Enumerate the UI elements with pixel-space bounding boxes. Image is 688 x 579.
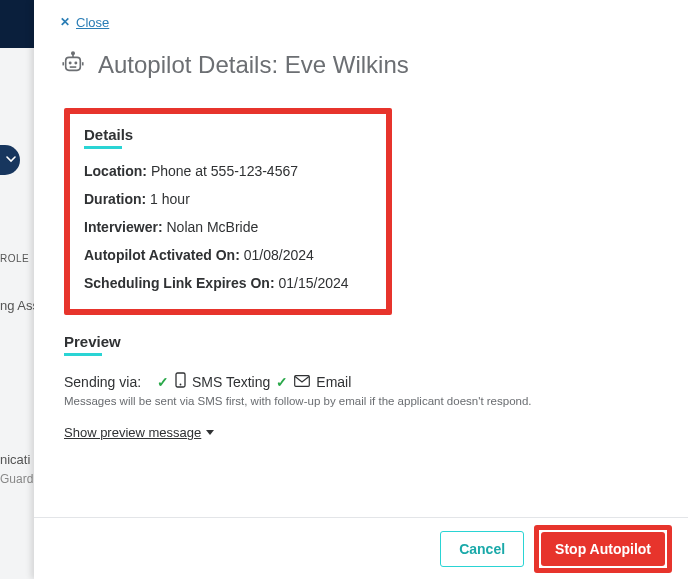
background-text: nicati	[0, 452, 34, 467]
background-navbar-fragment	[0, 0, 34, 48]
chevron-down-icon	[6, 154, 16, 164]
background-text: ng Ass	[0, 298, 34, 313]
details-section-highlight: Details Location: Phone at 555-123-4567 …	[64, 108, 392, 315]
stop-autopilot-highlight: Stop Autopilot	[534, 525, 672, 573]
email-label: Email	[316, 374, 351, 390]
details-heading: Details	[84, 126, 372, 143]
sending-via-label: Sending via:	[64, 374, 141, 390]
cancel-button[interactable]: Cancel	[440, 531, 524, 567]
heading-underline	[64, 353, 102, 356]
page-title: Autopilot Details: Eve Wilkins	[98, 51, 409, 79]
title-bar: Autopilot Details: Eve Wilkins	[34, 44, 688, 98]
detail-activated-on: Autopilot Activated On: 01/08/2024	[84, 247, 372, 263]
detail-duration: Duration: 1 hour	[84, 191, 372, 207]
preview-section: Preview Sending via: ✓ SMS Texting ✓ Ema…	[64, 333, 670, 441]
heading-underline	[84, 146, 122, 149]
svg-rect-2	[66, 57, 81, 70]
envelope-icon	[294, 374, 310, 390]
close-bar: ✕ Close	[34, 0, 688, 44]
svg-point-9	[180, 384, 182, 386]
panel-footer: Cancel Stop Autopilot	[34, 517, 688, 579]
autopilot-details-panel: ✕ Close Autopilot Details: Eve Wilkins D…	[34, 0, 688, 579]
show-preview-toggle[interactable]: Show preview message	[64, 425, 215, 440]
phone-icon	[175, 372, 186, 391]
svg-point-3	[69, 62, 72, 65]
robot-icon	[60, 50, 86, 80]
check-icon: ✓	[276, 374, 288, 390]
preview-heading: Preview	[64, 333, 670, 350]
svg-point-4	[74, 62, 77, 65]
stop-autopilot-button[interactable]: Stop Autopilot	[541, 532, 665, 566]
detail-interviewer: Interviewer: Nolan McBride	[84, 219, 372, 235]
detail-location: Location: Phone at 555-123-4567	[84, 163, 372, 179]
background-pill-fragment	[0, 145, 20, 175]
caret-down-icon	[205, 425, 215, 440]
detail-expires-on: Scheduling Link Expires On: 01/15/2024	[84, 275, 372, 291]
sending-note: Messages will be sent via SMS first, wit…	[64, 395, 670, 407]
close-link[interactable]: Close	[76, 15, 109, 30]
check-icon: ✓	[157, 374, 169, 390]
obscured-background: ROLE ng Ass nicati Guard	[0, 0, 34, 579]
close-icon[interactable]: ✕	[60, 15, 70, 29]
background-text: ROLE	[0, 253, 34, 264]
content-card: Details Location: Phone at 555-123-4567 …	[64, 98, 670, 471]
show-preview-label: Show preview message	[64, 425, 201, 440]
background-text: Guard	[0, 472, 34, 486]
sms-label: SMS Texting	[192, 374, 270, 390]
svg-point-0	[72, 52, 74, 54]
sending-via-row: Sending via: ✓ SMS Texting ✓ Email	[64, 372, 670, 391]
